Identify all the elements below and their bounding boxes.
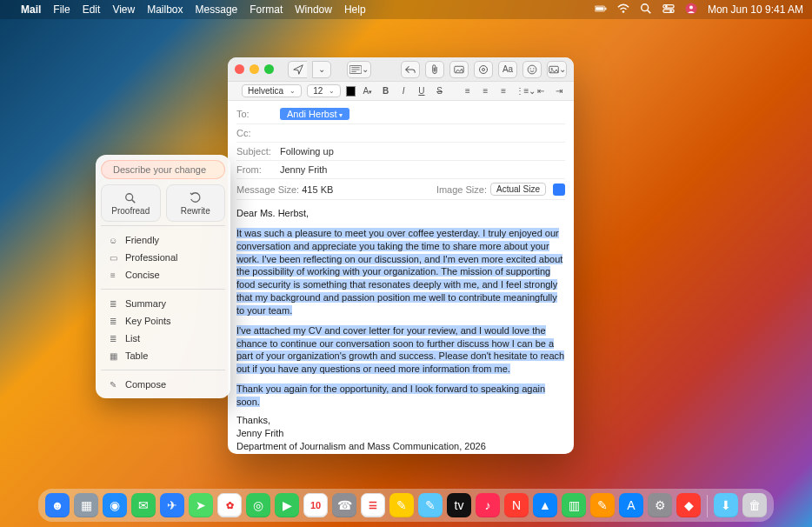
image-size-select[interactable]: Actual Size	[490, 183, 546, 196]
compose-body[interactable]: Dear Ms. Herbst, It was such a pleasure …	[228, 200, 574, 454]
table-icon: ▦	[108, 351, 118, 361]
dock-app-contacts[interactable]: ☎	[332, 493, 356, 517]
menu-window[interactable]: Window	[295, 3, 332, 16]
dock-app-item-a[interactable]: ◆	[676, 493, 701, 517]
dock-app-downloads[interactable]: ⬇	[714, 493, 738, 517]
dock-app-photos[interactable]: ✿	[217, 493, 242, 517]
strike-button[interactable]: S	[433, 86, 446, 96]
font-family-select[interactable]: Helvetica	[242, 84, 302, 97]
align-center-button[interactable]: ≡	[479, 86, 492, 96]
dock-app-find-my[interactable]: ◎	[246, 493, 270, 517]
compose-toolbar: ⌄ ⌄ Aa ⌄	[228, 57, 574, 82]
dock-app-facetime[interactable]: ▶	[275, 493, 299, 517]
rewrite-label: Rewrite	[181, 206, 210, 216]
dock-app-notes[interactable]: ✎	[389, 493, 414, 517]
control-center-icon[interactable]	[662, 3, 675, 17]
concise-icon: ≡	[108, 270, 118, 280]
align-left-button[interactable]: ≡	[461, 86, 474, 96]
dock-app-app-store[interactable]: A	[619, 493, 643, 517]
dock-app-maps[interactable]: ➤	[189, 493, 213, 517]
dock-app-freeform[interactable]: ✎	[418, 493, 443, 517]
dock-app-numbers[interactable]: ▥	[562, 493, 586, 517]
proofread-label: Proofread	[111, 206, 150, 216]
spotlight-icon[interactable]	[640, 3, 652, 17]
list-icon: ≣	[108, 334, 118, 344]
battery-icon[interactable]	[595, 3, 607, 17]
underline-button[interactable]: U	[416, 86, 429, 96]
window-close-button[interactable]	[235, 64, 244, 74]
dock-app-finder[interactable]: ☻	[45, 493, 70, 517]
writing-tools-input[interactable]	[113, 164, 233, 175]
send-button[interactable]	[288, 61, 307, 78]
dock-app-reminders[interactable]: ☰	[361, 493, 385, 517]
dock-app-calendar[interactable]: 10	[303, 493, 328, 517]
keypoints-item[interactable]: ≣Key Points	[103, 312, 223, 330]
window-minimize-button[interactable]	[250, 64, 259, 74]
tone-concise-item[interactable]: ≡Concise	[103, 266, 223, 284]
menu-view[interactable]: View	[112, 3, 135, 16]
menu-message[interactable]: Message	[196, 3, 238, 16]
compose-item[interactable]: ✎Compose	[103, 376, 223, 393]
dock-app-mail[interactable]: ✈	[160, 493, 184, 517]
indent-button[interactable]: ⇥	[552, 86, 565, 96]
dock-app-music[interactable]: ♪	[476, 493, 500, 517]
user-icon[interactable]	[685, 3, 697, 17]
list-item[interactable]: ≣List	[103, 330, 223, 347]
body-paragraph-2: I've attached my CV and cover letter for…	[236, 325, 564, 375]
menu-clock[interactable]: Mon Jun 10 9:41 AM	[708, 3, 803, 16]
dock-app-safari[interactable]: ◉	[103, 493, 127, 517]
subject-field[interactable]: Following up	[280, 146, 565, 157]
media-browser-button[interactable]: ⌄	[547, 61, 567, 78]
send-menu-button[interactable]: ⌄	[312, 61, 331, 78]
menu-format[interactable]: Format	[250, 3, 283, 16]
align-right-button[interactable]: ≡	[497, 86, 510, 96]
tone-concise-label: Concise	[125, 270, 160, 280]
from-label: From:	[236, 164, 280, 175]
extensions-button[interactable]	[474, 61, 493, 78]
text-color-button[interactable]	[346, 86, 356, 97]
table-item[interactable]: ▦Table	[103, 347, 223, 364]
dock-app-launchpad[interactable]: ▦	[74, 493, 98, 517]
font-size-select[interactable]: 12	[307, 84, 341, 97]
emoji-button[interactable]	[522, 61, 542, 78]
tone-professional-item[interactable]: ▭Professional	[103, 249, 223, 266]
dock-app-trash[interactable]: 🗑	[742, 493, 767, 517]
writing-tools-input-wrap[interactable]	[101, 160, 225, 179]
wifi-icon[interactable]	[617, 3, 629, 17]
proofread-button[interactable]: Proofread	[101, 184, 161, 222]
summary-item[interactable]: ≣Summary	[103, 295, 223, 312]
dock-app-keynote[interactable]: ▲	[533, 493, 557, 517]
rewrite-button[interactable]: Rewrite	[166, 184, 226, 222]
insert-button[interactable]	[449, 61, 469, 78]
dock-app-tv[interactable]: tv	[447, 493, 471, 517]
recipient-token[interactable]: Andi Herbst	[280, 108, 349, 120]
font-size-down-button[interactable]: A▾	[361, 86, 374, 96]
window-zoom-button[interactable]	[264, 64, 274, 74]
attach-button[interactable]	[425, 61, 444, 78]
dock-app-system-settings[interactable]: ⚙	[648, 493, 672, 517]
tone-friendly-item[interactable]: ☺Friendly	[103, 231, 223, 249]
italic-button[interactable]: I	[397, 86, 410, 96]
image-size-label: Image Size:	[436, 184, 487, 195]
from-field[interactable]: Jenny Frith	[280, 164, 565, 175]
menu-edit[interactable]: Edit	[83, 3, 101, 16]
bold-button[interactable]: B	[379, 86, 392, 96]
menu-bar: Mail File Edit View Mailbox Message Form…	[0, 0, 812, 19]
menu-help[interactable]: Help	[344, 3, 366, 16]
reply-button[interactable]	[401, 61, 420, 78]
dock-app-news[interactable]: N	[504, 493, 529, 517]
to-field[interactable]: Andi Herbst	[280, 108, 565, 120]
svg-point-7	[665, 5, 668, 8]
list-button[interactable]: ⋮≡⌄	[516, 86, 529, 96]
format-button[interactable]: Aa	[498, 61, 517, 78]
dock-app-pages[interactable]: ✎	[590, 493, 615, 517]
menu-file[interactable]: File	[53, 3, 70, 16]
svg-point-23	[550, 68, 552, 70]
header-fields-button[interactable]: ⌄	[347, 61, 371, 78]
image-size-indicator[interactable]	[553, 183, 565, 196]
sig-title: Department of Journalism and Mass Commun…	[236, 440, 565, 453]
outdent-button[interactable]: ⇤	[535, 86, 548, 96]
dock-app-messages[interactable]: ✉	[131, 493, 156, 517]
menu-mailbox[interactable]: Mailbox	[147, 3, 183, 16]
app-menu[interactable]: Mail	[21, 3, 41, 16]
